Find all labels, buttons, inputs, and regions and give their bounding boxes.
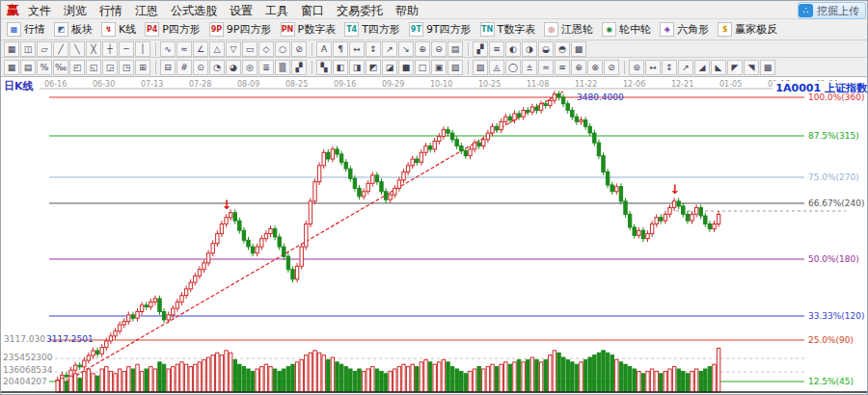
toolbar-item-kline[interactable]: ↯K线 [98,20,141,39]
percent-icon[interactable]: % [37,60,52,75]
menu-item-6[interactable]: 设置 [230,4,253,17]
menu-item-10[interactable]: 帮助 [395,4,419,17]
equiv-icon[interactable]: ≡ [555,60,570,75]
grid-icon[interactable]: ▦ [4,60,19,75]
circle-ring-icon[interactable]: ⊚ [629,60,644,75]
trend-up-line-icon[interactable]: ╱ [53,41,68,57]
shade-icon[interactable]: ▩ [571,41,586,57]
circle-times-icon[interactable]: ⊗ [587,60,603,75]
menu-item-9[interactable]: 交易委托 [337,4,383,17]
menu-item-7[interactable]: 工具 [265,4,288,17]
three-quarter-icon[interactable]: ◕ [226,60,241,75]
crosshair-icon[interactable]: ┼ [102,41,118,57]
arrow-h-icon[interactable]: ↔ [645,60,661,75]
grid-icon[interactable]: ▦ [4,41,19,57]
arrow-se-icon[interactable]: ↘ [398,41,414,57]
hash-icon[interactable]: # [176,60,192,75]
arrow-ne-icon[interactable]: ↗ [678,60,693,75]
vline-icon[interactable]: │ [135,41,150,57]
toolbar-item-p-number-table[interactable]: PNP数字表 [278,20,341,39]
menu-item-5[interactable]: 公式选股 [171,4,217,17]
solid-box-icon[interactable]: ■ [398,60,414,75]
diamond-icon[interactable]: ◇ [258,41,274,57]
zoom-in-icon[interactable]: ⊕ [415,41,430,57]
minus-box-icon[interactable]: ⊟ [160,60,176,75]
big-circle-icon[interactable]: ◯ [505,60,521,75]
corner-bl-icon[interactable]: ◣ [711,60,726,75]
approx-icon[interactable]: ≈ [538,60,554,75]
arrow-v-icon[interactable]: ↕ [366,41,381,57]
toolbar-item-t-number-table[interactable]: TNT数字表 [477,20,541,39]
toolbar-item-9t-square[interactable]: 9T9T四方形 [406,20,476,39]
quarter-icon[interactable]: ◔ [209,60,225,75]
diag-hatch-icon[interactable]: ▧ [473,60,488,75]
lines-icon[interactable]: ≣ [258,60,274,75]
half-box-l-icon[interactable]: ◧ [333,60,348,75]
rows-icon[interactable]: ▤ [20,60,36,75]
arrow-h-icon[interactable]: ↔ [349,41,365,57]
menu-item-2[interactable]: 浏览 [64,4,87,17]
rows-icon[interactable]: ▤ [448,41,463,57]
circle-plus-icon[interactable]: ⊕ [571,60,586,75]
toolbar-item-gann-wheel[interactable]: ◎江恩轮 [541,20,598,39]
triangle-up-icon[interactable]: △ [209,41,225,57]
half-box-b-icon[interactable]: ◪ [382,60,397,75]
hatch-icon[interactable]: ▞ [473,41,488,57]
menu-item-4[interactable]: 江恩 [135,4,158,17]
circle-icon[interactable]: ○ [275,41,290,57]
arrow-v-icon[interactable]: ↕ [662,60,677,75]
toolbar-item-t-square[interactable]: T4T四方形 [341,20,405,39]
quad-tr-icon[interactable]: ◳ [119,60,134,75]
wave-icon[interactable]: ∿ [160,41,176,57]
trend-down-line-icon[interactable]: ╲ [69,41,85,57]
shade-icon[interactable]: ▩ [760,60,775,75]
corner-br-icon[interactable]: ◢ [694,60,710,75]
toolbar-item-winner-trend[interactable]: $赢家极反 [715,20,782,39]
toolbar-item-hexagon[interactable]: ◈六角形 [657,20,714,39]
ring-icon[interactable]: ◎ [242,60,258,75]
dot-box-icon[interactable]: ▣ [431,60,447,75]
circle-slash-icon[interactable]: ⊘ [604,60,619,75]
tri-icon[interactable]: ◬ [489,60,504,75]
corner-tl-icon[interactable]: ◤ [727,60,743,75]
toolbar-item-9p-square[interactable]: 9P9P四方形 [206,20,277,39]
zoom-out-icon[interactable]: ⊖ [431,41,447,57]
hatch-ne-icon[interactable]: ▞ [291,60,307,75]
rect-icon[interactable]: ▭ [242,41,258,57]
half-left-icon[interactable]: ◐ [505,41,521,57]
half-bottom-icon[interactable]: ◒ [538,41,554,57]
hline-icon[interactable]: ─ [119,41,134,57]
paragraph-icon[interactable]: ¶ [333,41,348,57]
panel-icon[interactable]: ◫ [20,41,36,57]
menu-item-8[interactable]: 窗口 [301,4,324,17]
menu-item-1[interactable]: 文件 [28,4,51,17]
cross-hatch-icon[interactable]: ▨ [448,60,463,75]
quad-tl-icon[interactable]: ◰ [69,60,85,75]
pencil-icon[interactable]: ▱ [37,41,52,57]
toolbar-item-sectors[interactable]: ◩板块 [51,20,97,39]
corner-tr-icon[interactable]: ◥ [744,60,759,75]
no-draw-icon[interactable]: ⊘ [291,41,307,57]
upload-button[interactable]: ∴ 挖掘上传 [798,2,866,19]
angle-icon[interactable]: ∠ [193,41,208,57]
plus-box-icon[interactable]: ⊞ [135,60,150,75]
quad-br-icon[interactable]: ◲ [102,60,118,75]
dot-circle-icon[interactable]: ⊙ [193,60,208,75]
half-top-icon[interactable]: ◓ [555,41,570,57]
quad-bl-icon[interactable]: ◱ [86,60,101,75]
triangle-down-icon[interactable]: ▽ [226,41,241,57]
arrow-ne-icon[interactable]: ↗ [382,41,397,57]
half-right-icon[interactable]: ◑ [522,41,537,57]
approx-icon[interactable]: ≈ [176,41,192,57]
half-box-r-icon[interactable]: ◨ [349,60,365,75]
hatch-nw-icon[interactable]: ▚ [316,60,332,75]
shade-light-icon[interactable]: ▒ [275,60,290,75]
cross-line-icon[interactable]: ╳ [86,41,101,57]
half-box-t-icon[interactable]: ◩ [366,60,381,75]
permille-icon[interactable]: ‰ [53,60,68,75]
empty-box-icon[interactable]: □ [415,60,430,75]
toolbar-item-p-square[interactable]: P4P四方形 [142,20,205,39]
toolbar-item-wheel-in-wheel[interactable]: ◉轮中轮 [599,20,656,39]
plus-minus-icon[interactable]: ± [522,60,537,75]
toolbar-item-quotes[interactable]: ▦行情 [4,20,50,39]
